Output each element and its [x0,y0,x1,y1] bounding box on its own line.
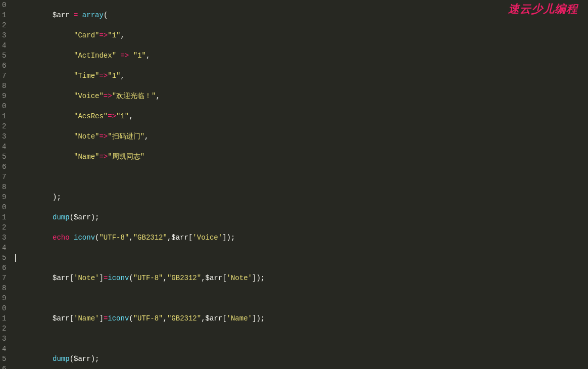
line-number: 4 [2,344,6,354]
line-number: 4 [2,243,6,253]
code-line [14,172,588,182]
line-number: 1 [2,212,6,222]
line-number: 8 [2,283,6,293]
line-number: 2 [2,222,6,233]
line-number: 9 [2,192,6,202]
line-number: 0 [2,303,6,313]
code-content[interactable]: $arr = array( "Card"=>"1", "ActIndex" =>… [10,0,588,369]
line-number: 9 [2,91,6,101]
line-number: 2 [2,324,6,334]
line-number: 1 [2,10,6,20]
line-number: 5 [2,253,6,263]
line-number: 5 [2,51,6,61]
line-number-gutter: 0 1 2 3 4 5 6 7 8 9 0 1 2 3 4 5 6 7 8 9 … [0,0,10,369]
code-line: "Time"=>"1", [14,71,588,81]
line-number: 0 [2,0,6,10]
code-line: "Name"=>"周凯同志" [14,152,588,162]
line-number: 8 [2,182,6,192]
text-cursor [15,254,16,262]
code-line: $arr['Note']=iconv("UTF-8","GB2312",$arr… [14,273,588,283]
line-number: 1 [2,111,6,121]
line-number: 7 [2,172,6,182]
code-line: "Note"=>"扫码进门", [14,131,588,142]
code-line: ); [14,192,588,202]
line-number: 3 [2,30,6,40]
line-number: 7 [2,71,6,81]
line-number: 3 [2,131,6,142]
line-number: 3 [2,233,6,243]
line-number: 1 [2,313,6,324]
code-line [14,293,588,303]
line-number: 6 [2,61,6,71]
line-number: 5 [2,354,6,364]
line-number: 8 [2,81,6,91]
line-number: 7 [2,273,6,283]
code-line: echo iconv("UTF-8","GB2312",$arr['Voice'… [14,233,588,243]
line-number: 2 [2,20,6,30]
code-line: $arr['Name']=iconv("UTF-8","GB2312",$arr… [14,313,588,324]
code-line: "ActIndex" => "1", [14,51,588,61]
line-number: 4 [2,142,6,152]
line-number: 5 [2,152,6,162]
code-editor[interactable]: 0 1 2 3 4 5 6 7 8 9 0 1 2 3 4 5 6 7 8 9 … [0,0,588,369]
code-line: "Card"=>"1", [14,30,588,40]
code-line [14,253,588,263]
line-number: 6 [2,162,6,172]
code-line: $arr = array( [14,10,588,20]
code-line: "Voice"=>"欢迎光临！", [14,91,588,101]
line-number: 0 [2,202,6,212]
code-line: "AcsRes"=>"1", [14,111,588,121]
line-number: 9 [2,293,6,303]
code-line: dump($arr); [14,212,588,222]
line-number: 4 [2,40,6,51]
line-number: 6 [2,263,6,273]
line-number: 3 [2,334,6,344]
line-number: 2 [2,121,6,131]
line-number: 6 [2,364,6,369]
code-line: dump($arr); [14,354,588,364]
code-line [14,334,588,344]
line-number: 0 [2,101,6,111]
